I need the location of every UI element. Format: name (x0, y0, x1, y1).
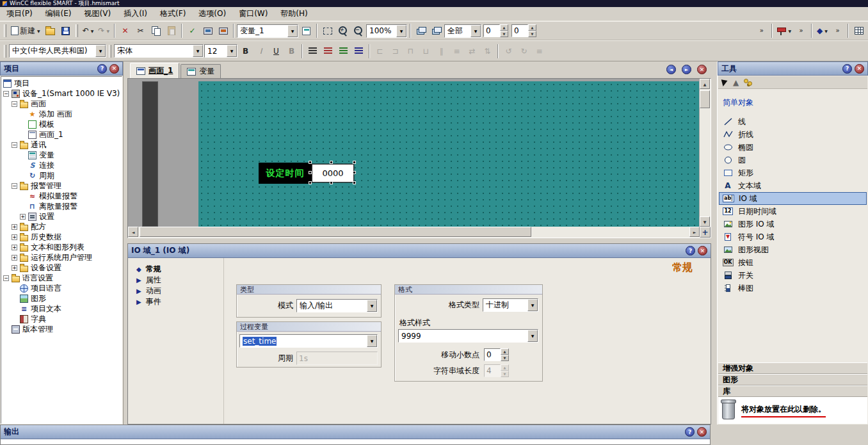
selection-handle[interactable] (330, 181, 333, 184)
expand-expander-icon[interactable]: + (20, 214, 26, 220)
selection-handle[interactable] (353, 161, 356, 164)
tree-item-tags[interactable]: 变量 (1, 150, 122, 160)
hmi-screen[interactable]: 设定时间 0000 (198, 81, 699, 227)
selection-handle[interactable] (309, 171, 312, 174)
toolbar-grip[interactable] (76, 24, 78, 37)
tree-item-template[interactable]: 模板 (1, 119, 122, 129)
expand-expander-icon[interactable]: + (12, 224, 17, 230)
tool-item-graphic-view[interactable]: 图形视图 (718, 243, 867, 256)
align-objects-top-button[interactable]: ⊓ (403, 44, 418, 58)
shadow-button[interactable]: B (284, 44, 299, 58)
new-button[interactable]: 新建 ▼ (9, 24, 42, 38)
tree-item-dictionaries[interactable]: 字典 (1, 314, 122, 324)
vertical-scrollbar[interactable]: ▲ ▼ (700, 79, 711, 227)
tree-item-alarm-settings[interactable]: +设置 (1, 211, 122, 222)
spin-up-icon[interactable]: ▲ (501, 348, 509, 355)
tab-screen-1[interactable]: 画面_1 (130, 63, 179, 78)
tree-item-recipes[interactable]: +配方 (1, 222, 122, 232)
tree-item-text-graphics-lists[interactable]: +文本和图形列表 (1, 242, 122, 252)
tab-forward-button[interactable]: ► (682, 65, 691, 74)
tree-item-analog-alarms[interactable]: ≈模拟量报警 (1, 191, 122, 201)
flip-horizontal-button[interactable]: ⇄ (465, 44, 479, 58)
zoom-in-button[interactable]: + (335, 24, 350, 38)
distribute-vertical-button[interactable]: ≡ (449, 44, 464, 58)
transfer-button[interactable] (216, 24, 230, 38)
cut-button[interactable]: ✂ (133, 24, 148, 38)
simple-objects-section-title[interactable]: 简单对象 (723, 97, 753, 108)
tab-close-button[interactable]: ✕ (697, 65, 707, 74)
tag-edit-button[interactable] (299, 24, 314, 38)
collapse-expander-icon[interactable]: − (12, 142, 17, 148)
text-object[interactable]: 设定时间 (259, 163, 312, 184)
tool-item-circle[interactable]: 圆 (718, 154, 867, 166)
close-panel-button[interactable]: ✕ (697, 427, 707, 437)
tree-item-add-screen[interactable]: ★添加 画面 (1, 109, 122, 119)
tree-item-project-languages[interactable]: 项目语言 (1, 283, 122, 293)
selection-handle[interactable] (353, 181, 356, 184)
toolbar-grip[interactable] (109, 45, 111, 58)
order-button[interactable]: ≡ (532, 44, 547, 58)
format-type-combo[interactable]: 十进制 ▼ (483, 298, 538, 312)
tool-item-button[interactable]: OK按钮 (718, 256, 867, 269)
align-objects-left-button[interactable]: ⊏ (373, 44, 387, 58)
open-button[interactable] (43, 24, 58, 38)
chevron-down-icon[interactable]: ▼ (367, 300, 377, 312)
expand-expander-icon[interactable]: + (12, 234, 17, 240)
vertical-scroll-thumb[interactable] (700, 90, 710, 108)
section-enhanced-objects[interactable]: 增强对象 (718, 362, 867, 374)
tree-item-project-root[interactable]: 项目 (1, 78, 122, 88)
close-panel-button[interactable]: ✕ (698, 246, 707, 255)
chevron-down-icon[interactable]: ▼ (287, 25, 298, 37)
chevron-down-icon[interactable]: ▼ (527, 299, 538, 311)
tool-item-rectangle[interactable]: 矩形 (718, 166, 867, 179)
toolbar-overflow-button[interactable]: » (794, 24, 808, 38)
screen-editor-canvas[interactable]: 设定时间 0000 ▲ ▼ ◄ (127, 78, 711, 238)
align-objects-bottom-button[interactable]: ⊔ (419, 44, 433, 58)
toolbar-grip[interactable] (4, 45, 6, 58)
chevron-down-icon[interactable]: ▼ (95, 45, 106, 57)
mode-combo[interactable]: 输入/输出 ▼ (296, 299, 378, 312)
tool-item-polyline[interactable]: 折线 (718, 128, 867, 141)
underline-button[interactable]: U (269, 44, 284, 58)
chevron-down-icon[interactable]: ▼ (193, 45, 203, 57)
props-nav-events[interactable]: ▶事件 (128, 296, 223, 307)
chevron-down-icon[interactable]: ▼ (470, 25, 481, 37)
bold-button[interactable]: B (238, 44, 253, 58)
tool-item-graphic-io-field[interactable]: 图形 IO 域 (718, 218, 867, 231)
align-left-button[interactable] (305, 44, 320, 58)
tree-item-historical-data[interactable]: +历史数据 (1, 232, 122, 242)
spin-down-icon[interactable]: ▼ (500, 31, 508, 37)
tag-combo[interactable]: 变量_1 ▼ (237, 24, 298, 38)
layer-filter-combo[interactable]: 全部 ▼ (444, 24, 481, 38)
tree-item-project-texts[interactable]: ≡项目文本 (1, 303, 122, 314)
props-nav-properties[interactable]: ▶属性 (128, 275, 223, 286)
section-graphics[interactable]: 图形 (718, 374, 867, 385)
chevron-down-icon[interactable]: ▼ (527, 330, 538, 342)
expand-expander-icon[interactable]: + (12, 265, 17, 271)
tree-item-screens[interactable]: −画面 (1, 99, 122, 109)
tool-item-io-field[interactable]: ab|IO 域 (719, 192, 867, 205)
zoom-combo[interactable]: 100% ▼ (366, 24, 407, 38)
tool-item-ellipse[interactable]: 椭圆 (718, 141, 867, 154)
selection-handle[interactable] (353, 171, 356, 174)
tool-item-symbolic-io-field[interactable]: ▼符号 IO 域 (718, 231, 867, 243)
close-panel-button[interactable]: ✕ (855, 64, 864, 74)
spin-down-icon[interactable]: ▼ (501, 355, 509, 361)
help-button[interactable]: ? (97, 64, 107, 74)
horizontal-scroll-thumb[interactable] (140, 227, 531, 237)
tree-item-runtime-user-admin[interactable]: +运行系统用户管理 (1, 252, 122, 263)
tree-item-language-settings[interactable]: −语言设置 (1, 273, 122, 283)
align-justify-button[interactable] (351, 44, 366, 58)
canvas-viewport[interactable]: 设定时间 0000 (128, 79, 700, 227)
horizontal-scrollbar[interactable]: ◄ ► (128, 227, 700, 238)
appearance-button[interactable]: ▼ (775, 24, 793, 38)
pan-tool-button[interactable]: + (700, 227, 711, 238)
keys-icon[interactable] (744, 79, 753, 86)
flip-vertical-button[interactable]: ⇅ (480, 44, 495, 58)
chevron-down-icon[interactable]: ▼ (367, 335, 377, 347)
menu-help[interactable]: 帮助(H) (274, 6, 314, 21)
menu-project[interactable]: 项目(P) (0, 6, 39, 21)
font-size-combo[interactable]: 12 ▼ (204, 44, 237, 58)
tree-item-cycles[interactable]: ↻周期 (1, 170, 122, 181)
menu-format[interactable]: 格式(F) (154, 6, 192, 21)
